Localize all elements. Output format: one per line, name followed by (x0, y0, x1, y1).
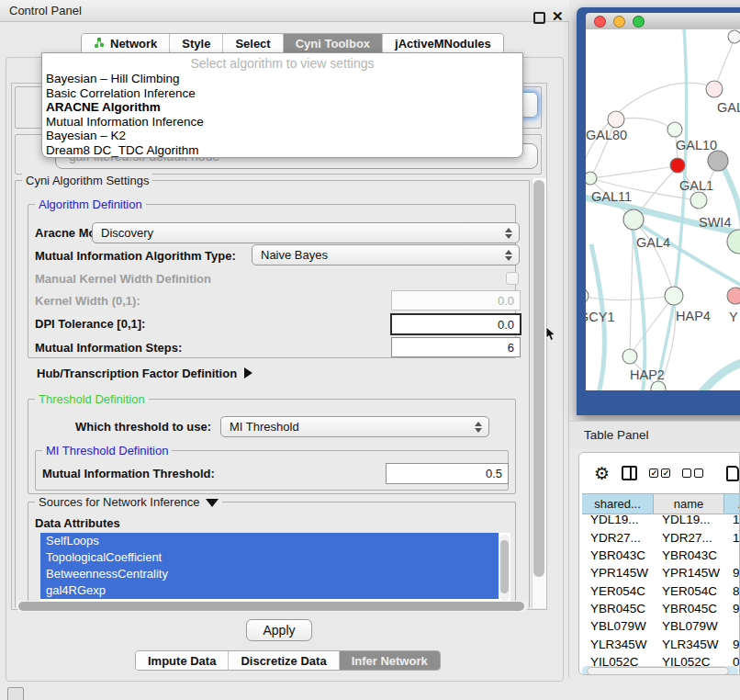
network-node (728, 30, 740, 43)
algorithm-definition-title: Algorithm Definition (35, 198, 146, 211)
column-header[interactable]: name (654, 493, 724, 514)
node-table: shared...nameA YDL19...YDL19...13YDR27..… (582, 493, 740, 671)
dropdown-item[interactable]: Bayesian – Hill Climbing (42, 72, 522, 86)
settings-group-title: Cyni Algorithm Settings (22, 174, 152, 187)
table-header-row: shared...nameA (582, 493, 740, 511)
mi-threshold-field[interactable]: 0.5 (386, 463, 509, 484)
settings-horizontal-scrollbar-thumb[interactable] (18, 602, 524, 611)
node-label: GAL11 (591, 189, 632, 204)
close-icon[interactable]: ✕ (552, 8, 564, 25)
tab-discretize-data[interactable]: Discretize Data (229, 651, 339, 670)
tab-cyni-toolbox[interactable]: Cyni Toolbox (284, 34, 383, 53)
dropdown-item[interactable]: Basic Correlation Inference (42, 86, 522, 101)
dropdown-item-list: Bayesian – Hill ClimbingBasic Correlatio… (42, 72, 522, 157)
dropdown-item[interactable]: Mutual Information Inference (42, 115, 522, 130)
network-window-titlebar[interactable] (586, 13, 740, 29)
table-cell: YER054C (654, 584, 724, 598)
table-horizontal-scrollbar-thumb[interactable] (587, 667, 729, 675)
dropdown-item[interactable]: ARACNE Algorithm (42, 100, 522, 115)
node-label: SWI4 (699, 215, 731, 230)
dpi-tolerance-field[interactable]: 0.0 (390, 313, 521, 335)
table-row[interactable]: YBR043CYBR043C (582, 547, 740, 564)
hub-definition-toggle[interactable]: Hub/Transcription Factor Definition (37, 367, 252, 380)
kernel-width-label: Kernel Width (0,1): (35, 294, 140, 308)
data-attributes-list[interactable]: SelfLoopsTopologicalCoefficientBetweenne… (40, 533, 510, 603)
mac-close-icon[interactable] (594, 16, 606, 28)
columns-icon[interactable] (622, 466, 637, 480)
network-node-y (727, 288, 740, 304)
mi-steps-field[interactable]: 6 (391, 337, 521, 357)
mi-threshold-definition-title: MI Threshold Definition (42, 444, 172, 457)
threshold-definition-title: Threshold Definition (35, 392, 149, 406)
mac-zoom-icon[interactable] (633, 16, 645, 28)
attribute-item[interactable]: TopologicalCoefficient (40, 549, 499, 566)
table-row[interactable]: YBR045CYBR045C9. (582, 600, 740, 617)
network-node-gal1 (690, 192, 707, 209)
network-node (670, 158, 685, 173)
table-row[interactable]: YBL079WYBL079W (582, 617, 740, 635)
apply-button[interactable]: Apply (246, 619, 312, 641)
dropdown-item[interactable]: Dream8 DC_TDC Algorithm (42, 143, 522, 158)
attribute-list-scrollbar-thumb[interactable] (500, 540, 509, 593)
tab-jactivemnodules[interactable]: jActiveMNodules (383, 34, 503, 53)
table-body: YDL19...YDL19...13YDR27...YDR27...12YBR0… (582, 511, 740, 671)
network-edge (630, 296, 674, 356)
column-header[interactable]: shared... (582, 493, 654, 514)
kernel-width-field[interactable]: 0.0 (391, 290, 521, 310)
table-cell: YBL079W (654, 619, 724, 633)
stepper-arrows-icon (505, 228, 512, 239)
network-canvas[interactable]: GAL7GAL80GAL10GAL1GAL11SWI4GAL4GCY1HAP4Y… (586, 29, 740, 390)
gear-icon[interactable]: ⚙ (594, 465, 610, 482)
table-cell: YLR345W (582, 638, 654, 651)
bottom-tabs: Impute DataDiscretize DataInfer Network (135, 650, 441, 671)
tab-label: Style (182, 37, 210, 51)
settings-vertical-scrollbar-thumb[interactable] (533, 180, 544, 577)
tab-infer-network[interactable]: Infer Network (340, 651, 440, 670)
attribute-item[interactable]: gal4RGexp (40, 582, 499, 599)
network-edge (590, 166, 678, 178)
which-threshold-combobox[interactable]: MI Threshold (220, 416, 489, 437)
attribute-item[interactable]: SelfLoops (40, 533, 499, 549)
panel-gripper[interactable] (7, 687, 24, 700)
mac-minimize-icon[interactable] (613, 16, 625, 28)
node-label: Y (729, 310, 738, 324)
tab-network[interactable]: Network (82, 34, 170, 53)
table-cell: YDL19... (582, 513, 654, 526)
sources-title[interactable]: Sources for Network Inference (35, 495, 222, 509)
network-node-gal80 (608, 111, 624, 128)
aracne-mode-combobox[interactable]: Discovery (92, 222, 520, 243)
export-table-icon[interactable] (726, 466, 739, 481)
node-label: HAP4 (676, 309, 711, 323)
manual-kernel-label: Manual Kernel Width Definition (35, 272, 211, 286)
table-row[interactable]: YER054CYER054C8. (582, 581, 740, 599)
column-header[interactable]: A (724, 493, 740, 514)
table-row[interactable]: YDR27...YDR27...12 (582, 529, 740, 547)
tab-impute-data[interactable]: Impute Data (136, 651, 229, 670)
float-window-icon[interactable] (533, 12, 545, 24)
network-node (708, 151, 728, 171)
table-cell: YDR27... (654, 531, 724, 545)
tab-label: Select (235, 37, 270, 51)
network-graph: GAL7GAL80GAL10GAL1GAL11SWI4GAL4GCY1HAP4Y… (586, 29, 740, 390)
table-row[interactable]: YLR345WYLR345W9. (582, 635, 740, 652)
network-node-gcy1 (586, 288, 589, 303)
control-panel-title: Control Panel (9, 4, 82, 17)
network-node-gal11 (586, 172, 597, 185)
attribute-item[interactable]: BetweennessCentrality (40, 566, 499, 582)
tab-label: Cyni Toolbox (296, 37, 370, 51)
stepper-arrows-icon (505, 250, 512, 261)
tab-label: jActiveMNodules (395, 37, 491, 51)
tab-select[interactable]: Select (223, 34, 283, 53)
manual-kernel-checkbox[interactable] (506, 272, 519, 285)
select-all-checkboxes-icon[interactable]: ✓✓ (649, 469, 670, 478)
table-row[interactable]: YDL19...YDL19...13 (582, 511, 740, 528)
dropdown-item[interactable]: Bayesian – K2 (42, 129, 522, 143)
network-node-gal7 (706, 81, 723, 97)
collapsed-arrow-icon (244, 367, 252, 378)
data-attributes-label: Data Attributes (35, 516, 120, 530)
mi-type-combobox[interactable]: Naive Bayes (252, 244, 520, 265)
table-row[interactable]: YPR145WYPR145W9. (582, 564, 740, 581)
table-cell: 12 (724, 531, 740, 545)
tab-style[interactable]: Style (170, 34, 223, 53)
deselect-all-checkboxes-icon[interactable] (682, 469, 703, 478)
